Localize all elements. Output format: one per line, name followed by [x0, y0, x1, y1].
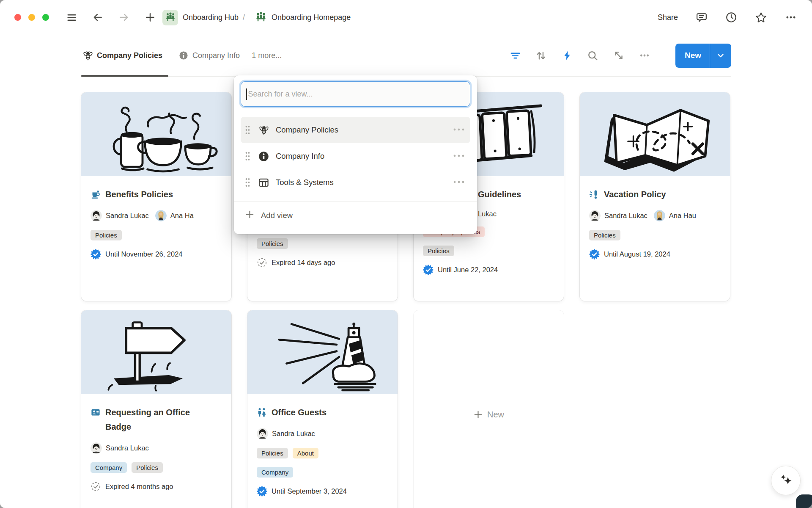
close-window-button[interactable]	[14, 14, 21, 21]
tag-chip: Policies	[132, 462, 163, 473]
new-card-placeholder[interactable]: New	[414, 310, 564, 508]
breadcrumb-separator: /	[243, 13, 245, 22]
gallery-card[interactable]: Vacation PolicySandra LukacAna HauPolici…	[580, 92, 730, 301]
view-item-options-icon[interactable]	[453, 126, 465, 134]
coffee-cup-icon	[91, 189, 101, 199]
view-menu-item[interactable]: Company Policies	[241, 117, 470, 143]
person-name: Sandra Lukac	[106, 444, 149, 452]
card-body: Requesting an Office BadgeSandra LukacCo…	[81, 394, 231, 501]
tag-row: Policies	[91, 230, 222, 240]
new-entry-button[interactable]: New	[675, 44, 731, 68]
view-search-input[interactable]: Search for a view...	[241, 81, 470, 107]
sidebar-menu-icon[interactable]	[66, 12, 77, 23]
view-list: Company PoliciesCompany InfoTools & Syst…	[241, 117, 470, 196]
tag-chip: Policies	[257, 238, 288, 249]
bee-icon	[83, 50, 93, 61]
plus-icon	[473, 410, 483, 420]
avatar	[654, 210, 665, 221]
gallery-card[interactable]: Benefits PoliciesSandra LukacAna HaPolic…	[81, 92, 231, 301]
window-controls	[14, 14, 49, 21]
view-options-icon[interactable]	[639, 50, 650, 61]
chevron-down-icon[interactable]	[710, 44, 731, 68]
card-title: Benefits Policies	[91, 187, 222, 202]
search-icon[interactable]	[587, 50, 599, 61]
favorite-star-icon[interactable]	[755, 11, 767, 24]
id-badge-icon	[91, 407, 101, 417]
verified-badge-icon	[257, 486, 267, 497]
card-title-text: Vacation Policy	[604, 187, 666, 202]
card-body: Office GuestsSandra LukacPoliciesAboutCo…	[247, 394, 398, 506]
view-item-options-icon[interactable]	[453, 152, 465, 160]
verified-badge-icon	[589, 249, 600, 260]
view-item-options-icon[interactable]	[453, 179, 465, 186]
office-guests-icon	[257, 407, 267, 417]
card-status: Expired 14 days ago	[257, 257, 388, 268]
corner-decoration	[796, 494, 812, 508]
avatar	[91, 442, 102, 454]
share-button[interactable]: Share	[658, 13, 678, 22]
tag-row: Company	[257, 467, 388, 478]
search-placeholder: Search for a view...	[248, 90, 313, 99]
tab-company-policies[interactable]: Company Policies	[81, 35, 168, 76]
person-name: Sandra Lukac	[272, 430, 315, 438]
sparkles-icon	[777, 471, 794, 490]
tag-chip: About	[293, 448, 318, 458]
expand-view-icon[interactable]	[613, 50, 625, 61]
person-name: Ana Ha	[170, 212, 194, 220]
tab-label: Company Info	[192, 51, 240, 60]
gallery-card[interactable]: Requesting an Office BadgeSandra LukacCo…	[81, 310, 231, 508]
expired-check-icon	[91, 481, 101, 492]
menu-divider	[234, 202, 477, 202]
minimize-window-button[interactable]	[28, 14, 35, 21]
drag-handle-icon[interactable]	[245, 125, 252, 135]
updates-clock-icon[interactable]	[725, 11, 737, 23]
tab-company-info[interactable]: Company Info	[178, 35, 240, 76]
breadcrumb-page[interactable]: Onboarding Homepage	[272, 13, 351, 22]
tag-chip: Company	[91, 462, 127, 473]
add-view-button[interactable]: Add view	[241, 202, 470, 229]
add-view-label: Add view	[261, 211, 293, 220]
more-views-button[interactable]: 1 more...	[252, 51, 282, 60]
tag-row: CompanyPolicies	[91, 462, 222, 473]
automations-bolt-icon[interactable]	[561, 50, 573, 61]
card-body: Benefits PoliciesSandra LukacAna HaPolic…	[81, 176, 231, 269]
comments-icon[interactable]	[696, 11, 708, 23]
view-tabs-toolbar: Company Policies Company Info 1 more... …	[81, 35, 731, 77]
onboarding-hub-icon[interactable]	[162, 10, 178, 25]
view-menu-item[interactable]: Tools & Systems	[241, 169, 470, 196]
tag-chip: Policies	[257, 448, 288, 458]
view-menu-item-label: Company Policies	[276, 125, 338, 135]
text-caret	[246, 88, 247, 100]
tag-chip: Policies	[589, 230, 620, 240]
sort-icon[interactable]	[535, 50, 547, 61]
ai-sparkle-button[interactable]	[771, 466, 801, 495]
view-menu-item[interactable]: Company Info	[241, 143, 470, 169]
avatar	[589, 210, 601, 221]
person-name: Sandra Lukac	[106, 212, 149, 220]
status-text: Until September 3, 2024	[272, 487, 347, 495]
card-people: Lukac	[478, 210, 554, 218]
table-icon	[258, 177, 269, 188]
more-options-icon[interactable]	[785, 11, 797, 23]
gallery-card[interactable]: Office GuestsSandra LukacPoliciesAboutCo…	[247, 310, 398, 508]
tag-row: PoliciesAbout	[257, 448, 388, 458]
info-icon	[178, 50, 189, 61]
back-icon[interactable]	[92, 12, 103, 23]
card-title-text: Requesting an Office Badge	[105, 405, 196, 434]
breadcrumb-hub[interactable]: Onboarding Hub	[183, 13, 239, 22]
zoom-window-button[interactable]	[42, 14, 49, 21]
tag-chip: Policies	[423, 246, 454, 256]
avatar	[257, 428, 268, 439]
status-text: Until June 22, 2024	[438, 266, 498, 274]
card-title: Guidelines	[478, 187, 554, 202]
card-status: Until June 22, 2024	[423, 265, 554, 275]
verified-badge-icon	[423, 265, 433, 275]
filter-icon[interactable]	[510, 50, 521, 61]
card-people: Sandra Lukac	[91, 442, 222, 454]
forward-icon[interactable]	[118, 12, 129, 23]
drag-handle-icon[interactable]	[245, 151, 252, 161]
person-name: Ana Hau	[669, 212, 696, 220]
new-page-icon[interactable]	[145, 12, 156, 23]
drag-handle-icon[interactable]	[245, 177, 252, 188]
window-titlebar: Onboarding Hub / Onboarding Homepage Sha…	[0, 0, 812, 35]
